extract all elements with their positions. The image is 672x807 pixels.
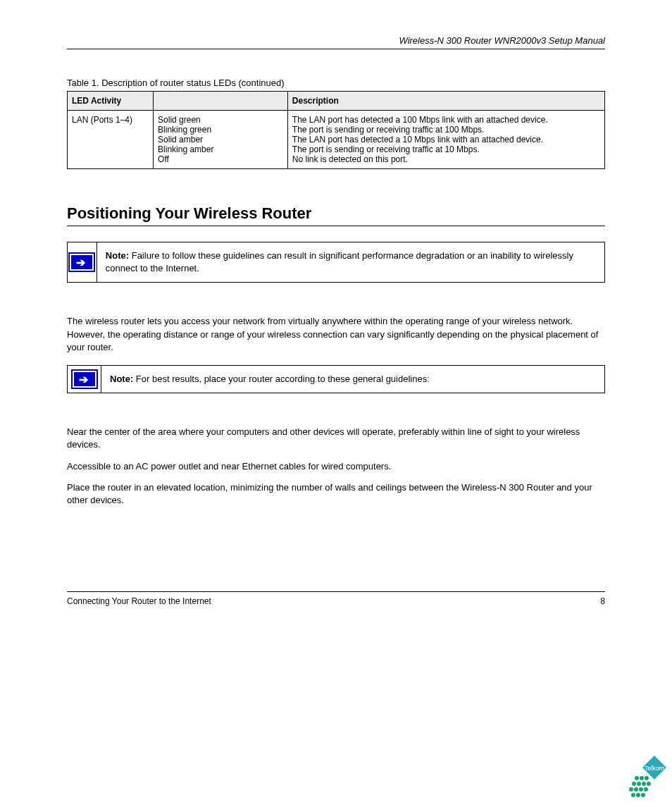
note-text: Note: For best results, place your route… bbox=[101, 366, 438, 393]
led-descriptions: The LAN port has detected a 100 Mbps lin… bbox=[287, 111, 604, 169]
footer-page-number: 8 bbox=[600, 596, 605, 606]
led-states: Solid green Blinking green Solid amber B… bbox=[154, 111, 288, 169]
guideline-paragraph: Accessible to an AC power outlet and nea… bbox=[67, 460, 605, 473]
state-activity: Solid amber bbox=[158, 135, 283, 144]
state-activity: Solid green bbox=[158, 115, 283, 125]
state-desc: The LAN port has detected a 100 Mbps lin… bbox=[292, 115, 600, 125]
page-header: Wireless-N 300 Router WNR2000v3 Setup Ma… bbox=[67, 35, 605, 49]
state-desc: The port is sending or receiving traffic… bbox=[292, 125, 600, 135]
col-blank bbox=[154, 92, 288, 111]
table-row: LAN (Ports 1–4) Solid green Blinking gre… bbox=[68, 111, 605, 169]
body-paragraph: The wireless router lets you access your… bbox=[67, 315, 605, 354]
guideline-paragraph: Near the center of the area where your c… bbox=[67, 426, 605, 451]
state-desc: No link is detected on this port. bbox=[292, 154, 600, 164]
page-footer: Connecting Your Router to the Internet 8 bbox=[67, 591, 605, 606]
state-activity: Blinking green bbox=[158, 125, 283, 135]
arrow-right-icon bbox=[73, 371, 97, 388]
state-activity: Off bbox=[158, 154, 283, 164]
col-led-activity: LED Activity bbox=[68, 92, 154, 111]
note-body: Failure to follow these guidelines can r… bbox=[106, 250, 573, 273]
footer-left: Connecting Your Router to the Internet bbox=[67, 596, 211, 606]
state-activity: Blinking amber bbox=[158, 144, 283, 154]
state-desc: The port is sending or receiving traffic… bbox=[292, 144, 600, 154]
col-description: Description bbox=[287, 92, 604, 111]
note-box: Note: Failure to follow these guidelines… bbox=[67, 242, 605, 283]
led-status-table: LED Activity Description LAN (Ports 1–4)… bbox=[67, 91, 605, 169]
note-icon-cell bbox=[68, 366, 101, 393]
note-body: For best results, place your router acco… bbox=[133, 374, 430, 384]
table-caption: Table 1. Description of router status LE… bbox=[67, 78, 605, 88]
guideline-paragraph: Place the router in an elevated location… bbox=[67, 481, 605, 507]
state-desc: The LAN port has detected a 10 Mbps link… bbox=[292, 135, 600, 144]
led-name: LAN (Ports 1–4) bbox=[68, 111, 154, 169]
section-heading: Positioning Your Wireless Router bbox=[67, 204, 605, 226]
arrow-right-icon bbox=[70, 254, 94, 271]
note-text: Note: Failure to follow these guidelines… bbox=[97, 242, 604, 282]
note-icon-cell bbox=[68, 242, 97, 282]
note-label: Note: bbox=[110, 374, 133, 384]
note-label: Note: bbox=[106, 250, 129, 261]
manual-title: Wireless-N 300 Router WNR2000v3 Setup Ma… bbox=[399, 35, 605, 46]
note-box: Note: For best results, place your route… bbox=[67, 365, 605, 393]
